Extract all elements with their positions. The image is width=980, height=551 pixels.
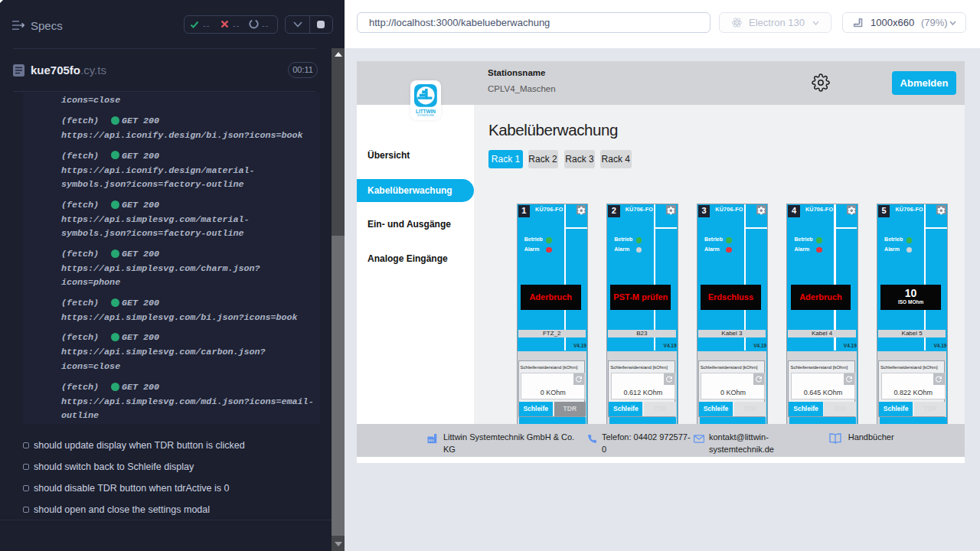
svg-text:LITTWIN: LITTWIN bbox=[416, 109, 436, 114]
svg-text:SYSTEMTECHNIK: SYSTEMTECHNIK bbox=[417, 114, 434, 117]
